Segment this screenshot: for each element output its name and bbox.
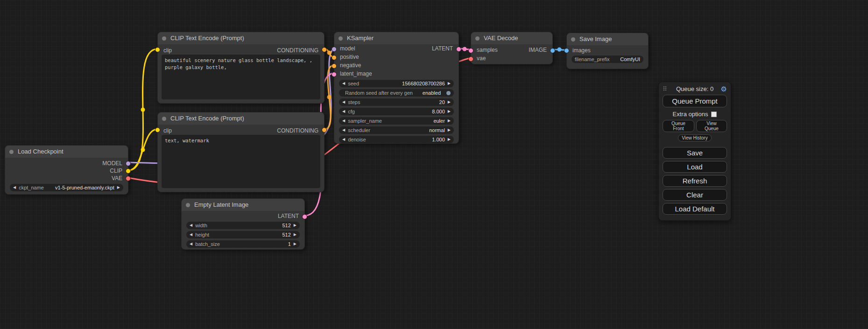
load-default-button[interactable]: Load Default <box>663 203 727 215</box>
increment-arrow-icon[interactable]: ▶ <box>294 222 296 229</box>
refresh-button[interactable]: Refresh <box>663 175 727 187</box>
queue-front-button[interactable]: Queue Front <box>663 120 694 132</box>
vae-output-port[interactable] <box>126 176 131 181</box>
clip-output-port[interactable] <box>126 168 131 174</box>
negative-input-port[interactable] <box>332 63 337 69</box>
batch-size-widget[interactable]: ◀ batch_size 1 ▶ <box>186 240 300 248</box>
settings-gear-icon[interactable]: ⚙ <box>721 85 727 92</box>
output-label-latent: LATENT <box>432 45 453 52</box>
node-title: Empty Latent Image <box>194 201 248 208</box>
increment-arrow-icon[interactable]: ▶ <box>448 108 451 115</box>
collapse-dot-icon[interactable] <box>162 117 166 121</box>
queue-panel[interactable]: ⠿ Queue size: 0 ⚙ Queue Prompt Extra opt… <box>658 82 731 221</box>
wire-midpoint-dot <box>327 95 332 99</box>
node-ksampler[interactable]: KSampler model LATENT positive negative … <box>334 32 459 144</box>
images-input-port[interactable] <box>564 48 569 53</box>
conditioning-output-port[interactable] <box>322 47 327 52</box>
node-clip-text-encode-positive[interactable]: CLIP Text Encode (Prompt) clip CONDITION… <box>157 32 325 104</box>
collapse-dot-icon[interactable] <box>475 36 480 41</box>
collapse-dot-icon[interactable] <box>162 36 166 41</box>
increment-arrow-icon[interactable]: ▶ <box>448 80 451 87</box>
load-button[interactable]: Load <box>663 161 727 173</box>
scheduler-widget[interactable]: ◀ scheduler normal ▶ <box>339 126 454 134</box>
node-empty-latent-image[interactable]: Empty Latent Image LATENT ◀ width 512 ▶ … <box>181 198 305 250</box>
prev-option-arrow-icon[interactable]: ◀ <box>342 126 345 134</box>
node-title-bar[interactable]: VAE Decode <box>471 32 552 44</box>
node-load-checkpoint[interactable]: Load Checkpoint MODEL CLIP VAE ◀ ckpt_na… <box>5 145 128 195</box>
collapse-dot-icon[interactable] <box>339 36 343 41</box>
positive-input-port[interactable] <box>332 55 337 60</box>
random-seed-toggle-widget[interactable]: Random seed after every gen enabled <box>339 89 454 97</box>
decrement-arrow-icon[interactable]: ◀ <box>342 136 345 143</box>
steps-widget[interactable]: ◀ steps 20 ▶ <box>339 98 454 106</box>
widget-label: Random seed after every gen <box>345 90 413 96</box>
widget-value: 20 <box>439 99 445 105</box>
queue-prompt-button[interactable]: Queue Prompt <box>663 95 727 107</box>
filename-prefix-widget[interactable]: filename_prefix ComfyUI <box>572 56 643 63</box>
decrement-arrow-icon[interactable]: ◀ <box>342 108 345 115</box>
node-title-bar[interactable]: Save Image <box>567 33 648 45</box>
image-output-port[interactable] <box>550 48 555 53</box>
node-title-bar[interactable]: CLIP Text Encode (Prompt) <box>158 32 324 44</box>
decrement-arrow-icon[interactable]: ◀ <box>342 80 345 87</box>
wire-midpoint-dot <box>327 51 332 55</box>
latent-output-port[interactable] <box>456 47 461 52</box>
collapse-dot-icon[interactable] <box>186 203 190 207</box>
increment-arrow-icon[interactable]: ▶ <box>294 231 296 238</box>
prompt-textarea[interactable]: text, watermark <box>162 135 320 188</box>
toggle-dot-icon[interactable] <box>446 91 451 95</box>
output-label-conditioning: CONDITIONING <box>277 127 318 134</box>
node-title-bar[interactable]: KSampler <box>334 32 459 44</box>
next-option-arrow-icon[interactable]: ▶ <box>448 126 451 134</box>
view-history-button[interactable]: View History <box>678 134 711 141</box>
widget-value: 1.000 <box>432 137 445 142</box>
node-title-bar[interactable]: Empty Latent Image <box>182 199 304 211</box>
input-label-clip: clip <box>163 127 172 134</box>
view-queue-button[interactable]: View Queue <box>696 120 727 132</box>
latent-output-port[interactable] <box>302 214 307 219</box>
model-output-port[interactable] <box>126 161 131 166</box>
node-title-bar[interactable]: CLIP Text Encode (Prompt) <box>158 112 324 125</box>
node-vae-decode[interactable]: VAE Decode samples IMAGE vae <box>471 32 553 64</box>
width-widget[interactable]: ◀ width 512 ▶ <box>186 222 300 229</box>
decrement-arrow-icon[interactable]: ◀ <box>190 240 192 248</box>
decrement-arrow-icon[interactable]: ◀ <box>342 98 345 106</box>
increment-arrow-icon[interactable]: ▶ <box>448 136 451 143</box>
node-title-bar[interactable]: Load Checkpoint <box>5 146 128 158</box>
prompt-textarea[interactable]: beautiful scenery nature glass bottle la… <box>162 55 320 99</box>
increment-arrow-icon[interactable]: ▶ <box>448 98 451 106</box>
widget-value: 1 <box>288 241 291 247</box>
next-option-arrow-icon[interactable]: ▶ <box>448 117 451 125</box>
increment-arrow-icon[interactable]: ▶ <box>117 184 120 191</box>
node-save-image[interactable]: Save Image images filename_prefix ComfyU… <box>566 33 649 69</box>
vae-input-port[interactable] <box>468 56 473 62</box>
model-input-port[interactable] <box>332 47 337 52</box>
collapse-dot-icon[interactable] <box>571 37 575 42</box>
node-clip-text-encode-negative[interactable]: CLIP Text Encode (Prompt) clip CONDITION… <box>157 112 325 192</box>
seed-widget[interactable]: ◀ seed 156680208700286 ▶ <box>339 80 454 87</box>
save-button[interactable]: Save <box>663 147 727 159</box>
decrement-arrow-icon[interactable]: ◀ <box>13 184 16 191</box>
prev-option-arrow-icon[interactable]: ◀ <box>342 117 345 125</box>
input-label-model: model <box>340 45 355 52</box>
ckpt-name-widget[interactable]: ◀ ckpt_name v1-5-pruned-emaonly.ckpt ▶ <box>10 184 123 191</box>
collapse-dot-icon[interactable] <box>9 150 14 154</box>
decrement-arrow-icon[interactable]: ◀ <box>190 231 192 238</box>
output-label-vae: VAE <box>112 175 122 182</box>
samples-input-port[interactable] <box>468 48 473 53</box>
clip-input-port[interactable] <box>155 47 160 52</box>
decrement-arrow-icon[interactable]: ◀ <box>190 222 192 229</box>
node-graph-canvas[interactable]: Load Checkpoint MODEL CLIP VAE ◀ ckpt_na… <box>0 0 868 329</box>
denoise-widget[interactable]: ◀ denoise 1.000 ▶ <box>339 136 454 143</box>
clear-button[interactable]: Clear <box>663 189 727 201</box>
extra-options-checkbox[interactable] <box>711 112 717 117</box>
sampler-name-widget[interactable]: ◀ sampler_name euler ▶ <box>339 117 454 125</box>
widget-value: 512 <box>282 232 290 238</box>
increment-arrow-icon[interactable]: ▶ <box>294 240 296 248</box>
drag-handle-icon[interactable]: ⠿ <box>663 85 667 92</box>
conditioning-output-port[interactable] <box>322 127 327 133</box>
latent-image-input-port[interactable] <box>332 72 337 77</box>
height-widget[interactable]: ◀ height 512 ▶ <box>186 231 300 238</box>
cfg-widget[interactable]: ◀ cfg 8.000 ▶ <box>339 108 454 115</box>
clip-input-port[interactable] <box>155 127 160 133</box>
